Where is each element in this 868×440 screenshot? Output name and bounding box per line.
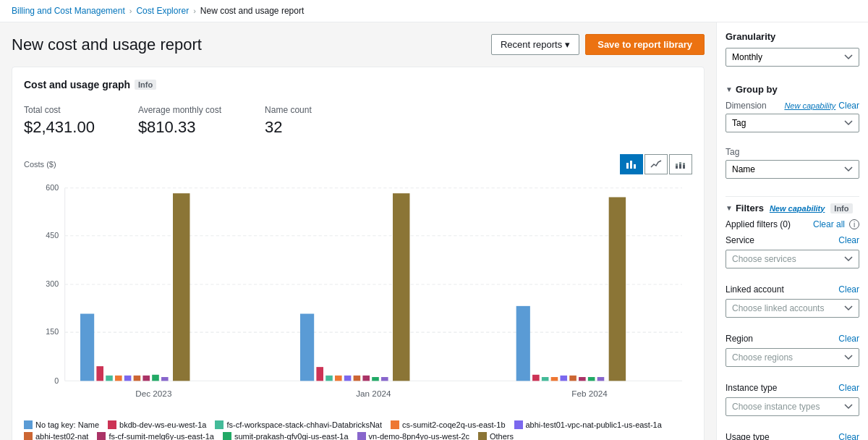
legend-color	[223, 432, 231, 440]
panel-info-badge[interactable]: Info	[135, 80, 156, 90]
filters-arrow: ▼	[726, 204, 733, 212]
filter-clear-link[interactable]: Clear	[838, 432, 859, 440]
stats-row: Total cost $2,431.00 Average monthly cos…	[24, 99, 692, 143]
legend-item: bkdb-dev-ws-eu-west-1a	[108, 420, 206, 429]
bar-chart-button[interactable]	[620, 154, 643, 174]
filter-label-row: RegionClear	[726, 334, 859, 344]
breadcrumb-cost-explorer[interactable]: Cost Explorer	[136, 6, 189, 16]
legend-label: abhi-test02-nat	[35, 432, 88, 440]
filter-section: Linked accountClearChoose linked account…	[726, 284, 859, 326]
svg-rect-42	[542, 377, 549, 381]
legend-item: No tag key: Name	[24, 420, 99, 429]
svg-rect-48	[597, 377, 605, 381]
group-by-arrow: ▼	[726, 85, 733, 93]
legend-label: vn-demo-8pn4yo-us-west-2c	[369, 432, 469, 440]
legend-color	[215, 420, 224, 429]
total-cost-label: Total cost	[24, 105, 95, 115]
breadcrumb-current: New cost and usage report	[200, 6, 304, 16]
breadcrumb-sep-1: ›	[129, 7, 132, 15]
sidebar: Granularity Monthly ▼ Group by Dimension…	[716, 22, 868, 440]
chart-type-buttons	[620, 154, 692, 174]
tag-label: Tag	[726, 147, 859, 157]
svg-rect-29	[173, 193, 190, 381]
svg-rect-25	[134, 376, 141, 381]
stacked-chart-button[interactable]	[669, 154, 692, 174]
svg-rect-21	[96, 366, 103, 381]
filter-select-region[interactable]: Choose regions	[726, 348, 859, 367]
chart-area: Costs ($)	[24, 154, 692, 440]
svg-text:Dec 2023: Dec 2023	[135, 389, 171, 398]
svg-rect-49	[609, 197, 626, 381]
filter-label: Region	[726, 334, 753, 344]
avg-monthly-stat: Average monthly cost $810.33	[138, 105, 221, 137]
filter-label-row: Linked accountClear	[726, 284, 859, 295]
chart-y-label: Costs ($)	[24, 160, 56, 169]
save-to-library-button[interactable]: Save to report library	[585, 34, 705, 55]
granularity-select[interactable]: Monthly	[726, 48, 859, 67]
legend-color	[357, 432, 366, 440]
tag-select[interactable]: Name	[726, 160, 859, 179]
filter-select-instance-type[interactable]: Choose instance types	[726, 397, 859, 416]
legend-item: sumit-prakash-qfv0gi-us-east-1a	[223, 432, 349, 440]
breadcrumb-billing[interactable]: Billing and Cost Management	[12, 6, 125, 16]
name-count-value: 32	[265, 118, 312, 137]
svg-rect-35	[354, 376, 361, 381]
legend-color	[97, 432, 106, 440]
filter-select-linked-account[interactable]: Choose linked accounts	[726, 299, 859, 318]
legend-label: fs-cf-sumit-melg6y-us-east-1a	[109, 432, 213, 440]
dimension-clear-link[interactable]: Clear	[838, 101, 859, 111]
legend-color	[24, 420, 33, 429]
avg-monthly-value: $810.33	[138, 118, 221, 137]
filters-info-badge[interactable]: Info	[830, 203, 852, 213]
svg-rect-4	[676, 164, 678, 166]
chart-wrapper: 0 150 300 450 600	[24, 180, 692, 412]
svg-rect-37	[372, 377, 379, 381]
svg-rect-36	[362, 376, 370, 381]
applied-filters-label: Applied filters (0)	[726, 219, 791, 229]
svg-rect-20	[80, 314, 94, 381]
name-count-label: Name count	[265, 105, 312, 115]
svg-text:0: 0	[54, 376, 59, 385]
legend-color	[24, 432, 33, 440]
total-cost-stat: Total cost $2,431.00	[24, 105, 95, 137]
svg-rect-39	[393, 193, 409, 381]
group-by-title: ▼ Group by	[726, 84, 778, 95]
filter-label: Instance type	[726, 383, 777, 393]
filter-clear-link[interactable]: Clear	[838, 284, 859, 295]
dropdown-arrow-icon: ▾	[565, 39, 570, 50]
dimension-new-capability[interactable]: New capability	[784, 101, 835, 110]
svg-rect-3	[676, 166, 678, 169]
chart-legend: No tag key: Namebkdb-dev-ws-eu-west-1afs…	[24, 420, 692, 440]
filters-new-cap[interactable]: New capability	[770, 204, 825, 213]
legend-label: Others	[490, 432, 514, 440]
filter-clear-link[interactable]: Clear	[838, 383, 859, 393]
filter-clear-link[interactable]: Clear	[838, 235, 859, 245]
filter-clear-link[interactable]: Clear	[838, 334, 859, 344]
svg-rect-34	[344, 376, 352, 381]
svg-rect-7	[683, 165, 685, 169]
breadcrumb: Billing and Cost Management › Cost Explo…	[0, 0, 868, 22]
svg-rect-0	[626, 163, 629, 169]
svg-rect-41	[532, 375, 540, 381]
legend-item: fs-cf-workspace-stack-chhavi-DatabricksN…	[215, 420, 382, 429]
svg-rect-44	[560, 376, 567, 381]
chart-svg: 0 150 300 450 600	[24, 180, 692, 412]
svg-rect-28	[161, 377, 169, 381]
granularity-label: Granularity	[726, 31, 859, 42]
page-title: New cost and usage report	[12, 35, 202, 54]
svg-rect-1	[630, 161, 632, 169]
legend-item: abhi-test02-nat	[24, 432, 88, 440]
clear-all-link[interactable]: Clear all	[813, 219, 845, 229]
svg-rect-22	[106, 376, 113, 381]
recent-reports-button[interactable]: Recent reports ▾	[491, 34, 579, 55]
svg-rect-27	[152, 375, 159, 381]
filter-select-service[interactable]: Choose services	[726, 250, 859, 268]
legend-color	[478, 432, 487, 440]
applied-filters-info-icon[interactable]: i	[849, 219, 859, 229]
line-chart-button[interactable]	[644, 154, 668, 174]
header-buttons: Recent reports ▾ Save to report library	[491, 34, 705, 55]
legend-color	[108, 420, 116, 429]
dimension-select[interactable]: Tag	[726, 114, 859, 132]
legend-label: fs-cf-workspace-stack-chhavi-DatabricksN…	[226, 420, 382, 429]
chart-toolbar: Costs ($)	[24, 154, 692, 174]
